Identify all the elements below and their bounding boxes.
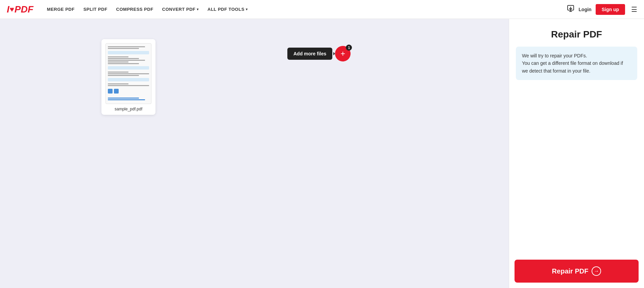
convert-pdf-dropdown-icon: ▾	[197, 7, 199, 11]
nav-right: Login Sign up ☰	[567, 4, 637, 15]
login-button[interactable]: Login	[579, 7, 592, 12]
add-files-container: Add more files + 1	[287, 46, 351, 61]
file-count-badge: 1	[346, 45, 352, 51]
left-panel: sample_pdf.pdf Add more files + 1	[0, 19, 509, 288]
signup-button[interactable]: Sign up	[596, 4, 625, 15]
hamburger-menu-icon[interactable]: ☰	[631, 5, 637, 14]
repair-button-label: Repair PDF	[552, 267, 589, 275]
info-text-line2: You can get a different file format on d…	[522, 60, 623, 66]
nav-merge-pdf[interactable]: MERGE PDF	[44, 5, 78, 14]
plus-icon: +	[340, 50, 345, 58]
logo-heart: ♥	[10, 5, 14, 14]
navbar: I ♥ PDF MERGE PDF SPLIT PDF COMPRESS PDF…	[0, 0, 644, 19]
info-text-line3: we detect that format in your file.	[522, 68, 590, 74]
main-layout: sample_pdf.pdf Add more files + 1 Repair…	[0, 19, 644, 288]
arrow-circle-icon: →	[592, 266, 601, 276]
file-name: sample_pdf.pdf	[115, 107, 142, 111]
panel-title: Repair PDF	[509, 19, 644, 47]
add-files-tooltip: Add more files	[287, 48, 332, 60]
info-text-line1: We will try to repair your PDFs.	[522, 53, 587, 58]
nav-convert-pdf[interactable]: CONVERT PDF ▾	[159, 5, 202, 14]
file-card: sample_pdf.pdf	[101, 39, 156, 115]
all-tools-dropdown-icon: ▾	[246, 7, 248, 11]
right-panel: Repair PDF We will try to repair your PD…	[509, 19, 644, 288]
file-preview	[105, 43, 151, 104]
nav-links: MERGE PDF SPLIT PDF COMPRESS PDF CONVERT…	[44, 5, 567, 14]
nav-split-pdf[interactable]: SPLIT PDF	[80, 5, 111, 14]
nav-compress-pdf[interactable]: COMPRESS PDF	[113, 5, 157, 14]
nav-all-pdf-tools[interactable]: ALL PDF TOOLS ▾	[204, 5, 251, 14]
logo-i: I	[7, 4, 9, 15]
add-files-button[interactable]: + 1	[335, 46, 351, 61]
logo[interactable]: I ♥ PDF	[7, 4, 33, 15]
logo-pdf: PDF	[15, 4, 33, 15]
info-box: We will try to repair your PDFs. You can…	[516, 47, 637, 80]
repair-pdf-button[interactable]: Repair PDF →	[515, 260, 639, 283]
download-app-icon[interactable]	[567, 4, 575, 14]
